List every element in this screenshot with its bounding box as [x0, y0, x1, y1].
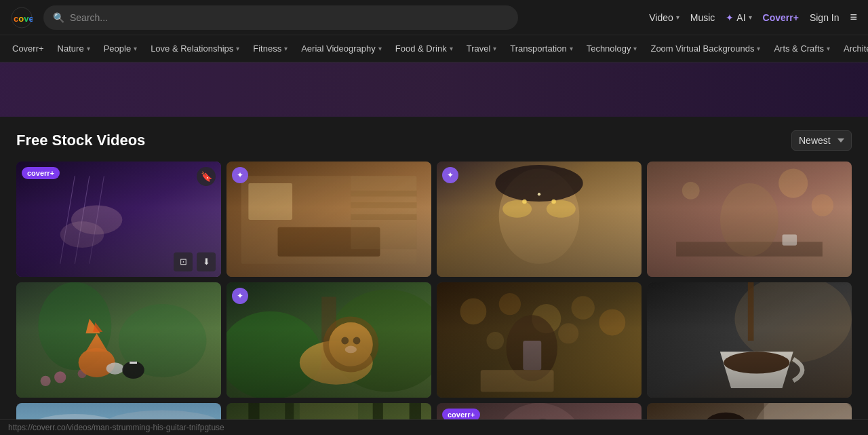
nature-chevron-icon: ▾ [87, 45, 90, 52]
card-overlay-2 [226, 162, 431, 277]
video-card-7[interactable] [437, 282, 642, 398]
card-overlay-4 [647, 162, 852, 277]
video-grid: coverr+ 🔖 ⊡ ⬇ [16, 162, 852, 435]
tab-food[interactable]: Food & Drink ▾ [389, 35, 460, 62]
card-overlay-7 [437, 282, 642, 398]
fitness-chevron-icon: ▾ [284, 45, 288, 52]
card-overlay-3 [437, 162, 642, 277]
zoom-chevron-icon: ▾ [757, 45, 760, 52]
download-btn-1[interactable]: ⬇ [197, 252, 216, 271]
video-chevron-icon: ▾ [676, 14, 679, 21]
tab-love[interactable]: Love & Relationships ▾ [144, 35, 246, 62]
video-nav-btn[interactable]: Video ▾ [649, 12, 679, 23]
tab-travel[interactable]: Travel ▾ [460, 35, 504, 62]
video-card-4[interactable] [647, 162, 852, 277]
sign-in-btn[interactable]: Sign In [810, 12, 840, 23]
hero-banner [0, 62, 868, 117]
video-card-6[interactable]: ✦ [226, 282, 431, 398]
technology-chevron-icon: ▾ [633, 45, 637, 52]
search-input[interactable] [70, 12, 509, 23]
logo[interactable]: coverr [11, 7, 33, 29]
tab-architecture[interactable]: Architecture ▾ [837, 35, 868, 62]
video-card-1[interactable]: coverr+ 🔖 ⊡ ⬇ [16, 162, 221, 277]
sort-select[interactable]: Newest Oldest Popular [791, 130, 852, 151]
travel-chevron-icon: ▾ [493, 45, 496, 52]
tab-aerial[interactable]: Aerial Videography ▾ [294, 35, 389, 62]
search-bar[interactable]: 🔍 [43, 5, 518, 30]
nav-tabs: Coverr+ Nature ▾ People ▾ Love & Relatio… [0, 35, 868, 62]
tab-arts[interactable]: Arts & Crafts ▾ [767, 35, 837, 62]
arts-chevron-icon: ▾ [827, 45, 830, 52]
card-actions-1: 🔖 [197, 167, 216, 186]
tab-nature[interactable]: Nature ▾ [51, 35, 97, 62]
hero-blur-overlay [0, 62, 868, 117]
ai-chevron-icon: ▾ [749, 14, 752, 21]
expand-icon-6[interactable]: ✦ [232, 288, 248, 304]
tab-transportation[interactable]: Transportation ▾ [503, 35, 579, 62]
love-chevron-icon: ▾ [236, 45, 239, 52]
people-chevron-icon: ▾ [134, 45, 137, 52]
card-overlay-5 [16, 282, 221, 398]
expand-icon-2[interactable]: ✦ [232, 167, 248, 183]
video-card-3[interactable]: ✦ [437, 162, 642, 277]
tab-technology[interactable]: Technology ▾ [580, 35, 644, 62]
tab-coverr-plus[interactable]: Coverr+ [5, 35, 51, 62]
hamburger-menu-icon[interactable]: ≡ [850, 10, 857, 24]
status-url: https://coverr.co/videos/man-strumming-h… [8, 423, 224, 432]
tab-people[interactable]: People ▾ [97, 35, 144, 62]
video-card-5[interactable] [16, 282, 221, 398]
ai-nav-btn[interactable]: ✦ AI ▾ [726, 12, 751, 23]
coverr-plus-badge-1: coverr+ [22, 167, 60, 179]
ai-sparkle-icon: ✦ [726, 12, 734, 23]
svg-text:coverr: coverr [14, 14, 33, 24]
search-icon: 🔍 [53, 12, 64, 23]
section-title: Free Stock Videos [16, 132, 145, 149]
main-content: Free Stock Videos Newest Oldest Popular [0, 117, 868, 435]
header: coverr 🔍 Video ▾ Music ✦ AI ▾ Coverr+ Si… [0, 0, 868, 35]
card-bottom-actions-1: ⊡ ⬇ [174, 252, 216, 271]
tab-fitness[interactable]: Fitness ▾ [246, 35, 294, 62]
bookmark-btn-1[interactable]: 🔖 [197, 167, 216, 186]
coverr-plus-btn[interactable]: Coverr+ [763, 12, 799, 23]
video-card-2[interactable]: ✦ [226, 162, 431, 277]
section-header: Free Stock Videos Newest Oldest Popular [16, 130, 852, 151]
aerial-chevron-icon: ▾ [378, 45, 382, 52]
status-bar: https://coverr.co/videos/man-strumming-h… [0, 419, 868, 435]
card-overlay-6 [226, 282, 431, 398]
crop-btn-1[interactable]: ⊡ [174, 252, 193, 271]
expand-icon-3[interactable]: ✦ [442, 167, 458, 183]
tab-zoom[interactable]: Zoom Virtual Backgrounds ▾ [644, 35, 767, 62]
video-card-8[interactable] [647, 282, 852, 398]
card-overlay-8 [647, 282, 852, 398]
header-right: Video ▾ Music ✦ AI ▾ Coverr+ Sign In ≡ [649, 10, 857, 24]
food-chevron-icon: ▾ [450, 45, 453, 52]
transportation-chevron-icon: ▾ [570, 45, 573, 52]
music-nav-btn[interactable]: Music [690, 12, 715, 23]
